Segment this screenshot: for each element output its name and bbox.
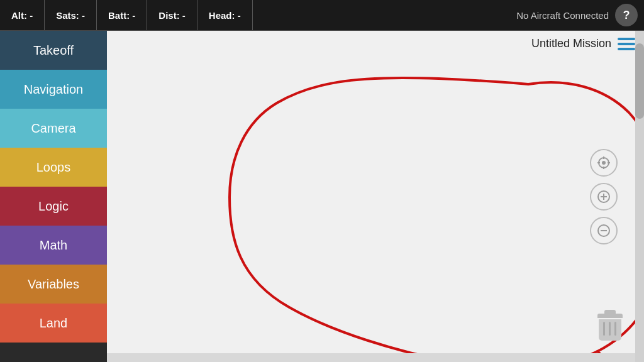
trash-body <box>599 319 621 341</box>
help-label: ? <box>623 9 630 22</box>
zoom-out-button[interactable] <box>590 217 618 244</box>
sats-value: Sats: - <box>56 10 85 21</box>
sidebar-item-logic[interactable]: Logic <box>0 187 107 226</box>
crosshair-button[interactable] <box>590 149 618 177</box>
zoom-out-icon <box>596 223 611 238</box>
svg-point-5 <box>602 162 605 164</box>
sidebar-item-navigation[interactable]: Navigation <box>0 70 107 109</box>
scrollbar-track[interactable] <box>635 31 644 362</box>
alt-value: Alt: - <box>11 10 33 21</box>
aircraft-status: No Aircraft Connected <box>516 10 615 21</box>
batt-status: Batt: - <box>97 0 147 30</box>
head-status: Head: - <box>197 0 253 30</box>
sidebar-item-camera[interactable]: Camera <box>0 109 107 148</box>
status-bar: Alt: - Sats: - Batt: - Dist: - Head: - N… <box>0 0 644 31</box>
trash-lid <box>597 314 623 318</box>
mission-title: Untitled Mission <box>531 37 611 50</box>
menu-bar-2 <box>618 43 635 45</box>
bottom-scrollbar[interactable] <box>107 353 635 362</box>
head-value: Head: - <box>209 10 241 21</box>
main-layout: TakeoffNavigationCameraLoopsLogicMathVar… <box>0 31 644 362</box>
aircraft-label: No Aircraft Connected <box>516 10 609 21</box>
sidebar-item-math[interactable]: Math <box>0 226 107 265</box>
drawn-oval <box>230 78 644 362</box>
menu-icon[interactable] <box>618 38 635 50</box>
trash-line-3 <box>614 322 616 336</box>
help-button[interactable]: ? <box>615 4 638 26</box>
canvas-topbar: Untitled Mission <box>523 31 644 57</box>
drawing-surface[interactable] <box>107 31 644 362</box>
sidebar: TakeoffNavigationCameraLoopsLogicMathVar… <box>0 31 107 362</box>
menu-bar-1 <box>618 38 635 40</box>
dist-status: Dist: - <box>147 0 197 30</box>
trash-icon[interactable] <box>595 310 625 343</box>
menu-bar-3 <box>618 48 635 50</box>
trash-area[interactable] <box>595 310 625 343</box>
sidebar-item-loops[interactable]: Loops <box>0 148 107 187</box>
zoom-in-icon <box>596 189 611 204</box>
alt-status: Alt: - <box>0 0 45 30</box>
right-controls <box>590 149 618 244</box>
sidebar-item-takeoff[interactable]: Takeoff <box>0 31 107 70</box>
sidebar-item-land[interactable]: Land <box>0 304 107 343</box>
zoom-in-button[interactable] <box>590 183 618 211</box>
canvas-area[interactable]: Untitled Mission <box>107 31 644 362</box>
sidebar-item-variables[interactable]: Variables <box>0 265 107 304</box>
trash-line-1 <box>603 322 605 336</box>
dist-value: Dist: - <box>158 10 186 21</box>
sats-status: Sats: - <box>45 0 97 30</box>
batt-value: Batt: - <box>108 10 135 21</box>
crosshair-icon <box>596 155 611 170</box>
trash-line-2 <box>609 322 611 336</box>
